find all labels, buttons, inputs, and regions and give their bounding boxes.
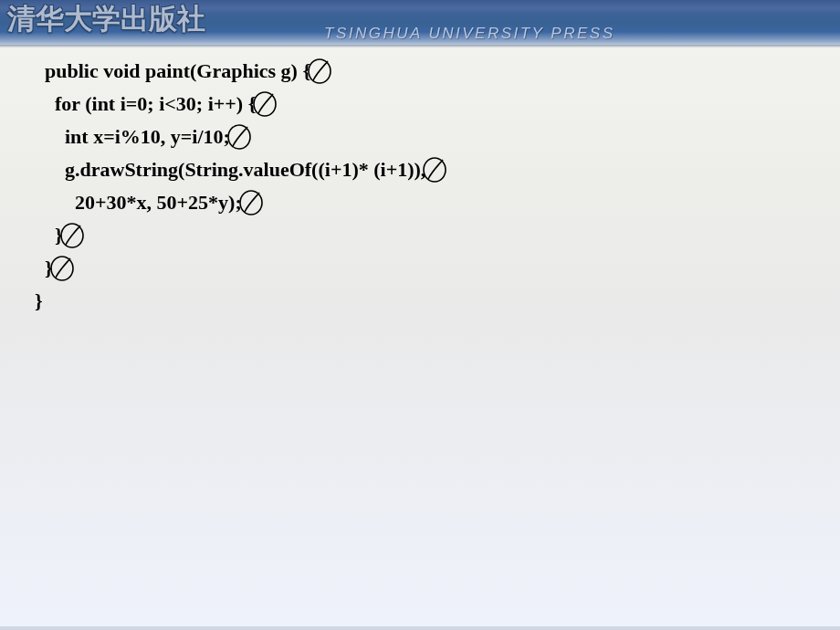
code-text: int x=i%10, y=i/10;: [35, 121, 230, 153]
code-line: }: [35, 252, 449, 285]
code-line: for (int i=0; i<30; i++) {: [35, 88, 449, 121]
code-line: g.drawString(String.valueOf((i+1)* (i+1)…: [35, 153, 449, 186]
strike-circle-icon: [424, 157, 449, 183]
code-line: int x=i%10, y=i/10;: [35, 121, 449, 153]
code-text: for (int i=0; i<30; i++) {: [35, 88, 256, 121]
code-line: public void paint(Graphics g) {: [35, 55, 449, 88]
code-text: public void paint(Graphics g) {: [35, 55, 310, 88]
strike-circle-icon: [240, 190, 266, 215]
strike-circle-icon: [61, 223, 87, 248]
publisher-logo-en: TSINGHUA UNIVERSITY PRESS: [324, 25, 615, 43]
code-line: }: [35, 219, 449, 252]
strike-circle-icon: [309, 58, 334, 84]
code-text: 20+30*x, 50+25*y);: [35, 186, 242, 219]
code-block: public void paint(Graphics g) { for (int…: [35, 55, 449, 318]
strike-circle-icon: [254, 91, 279, 117]
header-bar: 清华大学出版社 TSINGHUA UNIVERSITY PRESS: [0, 0, 840, 46]
code-text: g.drawString(String.valueOf((i+1)* (i+1)…: [35, 153, 425, 186]
slide: 清华大学出版社 TSINGHUA UNIVERSITY PRESS public…: [0, 0, 840, 630]
publisher-logo-cn: 清华大学出版社: [7, 0, 205, 38]
code-line: 20+30*x, 50+25*y);: [35, 186, 449, 219]
code-line: }: [35, 285, 449, 318]
code-text: }: [35, 285, 43, 318]
strike-circle-icon: [228, 124, 254, 150]
strike-circle-icon: [51, 256, 77, 281]
